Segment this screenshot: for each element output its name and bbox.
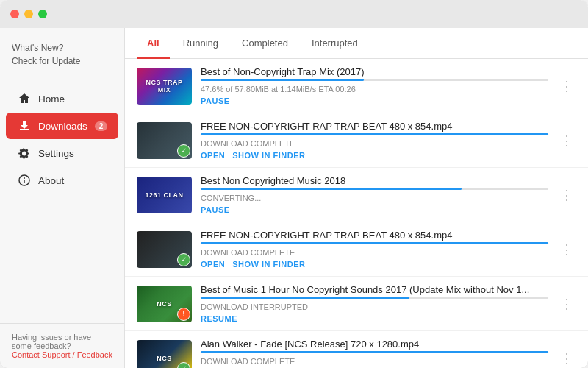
action-btn-pause-1[interactable]: PAUSE (201, 96, 230, 105)
action-btn-resume-5[interactable]: RESUME (201, 314, 237, 323)
downloads-badge: 2 (95, 121, 108, 131)
main-content: What's New? Check for Update Home (0, 28, 588, 368)
progress-fill-2 (201, 133, 548, 135)
tab-completed[interactable]: Completed (232, 28, 298, 59)
thumbnail-6: NCS✓ (137, 340, 192, 369)
download-title-4: FREE NON-COPYRIGHT RAP TRAP BEAT 480 x 8… (201, 230, 548, 241)
more-menu-btn-3[interactable]: ⋮ (557, 185, 576, 205)
action-btn-pause-3[interactable]: PAUSE (201, 205, 230, 214)
download-item-6: NCS✓Alan Walker - Fade [NCS Release] 720… (125, 331, 588, 368)
gear-icon (18, 146, 31, 160)
download-title-6: Alan Walker - Fade [NCS Release] 720 x 1… (201, 339, 548, 350)
download-info-1: Best of Non-Copyright Trap Mix (2017)47.… (201, 66, 548, 105)
sidebar-item-home[interactable]: Home (6, 85, 118, 112)
download-subtitle-3: CONVERTING... (201, 194, 548, 202)
traffic-lights (10, 10, 47, 18)
download-title-1: Best of Non-Copyright Trap Mix (2017) (201, 66, 548, 77)
home-icon (18, 92, 31, 105)
download-item-4: ✓FREE NON-COPYRIGHT RAP TRAP BEAT 480 x … (125, 222, 588, 277)
download-actions-2: OPENSHOW IN FINDER (201, 151, 548, 160)
action-btn-show-in-finder-2[interactable]: SHOW IN FINDER (232, 151, 305, 160)
progress-fill-5 (201, 297, 409, 299)
interrupted-badge-5: ! (177, 308, 190, 321)
tab-interrupted[interactable]: Interrupted (301, 28, 368, 59)
progress-wrap-5 (201, 297, 548, 299)
action-btn-show-in-finder-4[interactable]: SHOW IN FINDER (232, 260, 305, 269)
progress-wrap-3 (201, 188, 548, 190)
progress-wrap-2 (201, 133, 548, 135)
sidebar-item-about[interactable]: About (6, 167, 118, 194)
download-actions-1: PAUSE (201, 96, 548, 105)
download-info-4: FREE NON-COPYRIGHT RAP TRAP BEAT 480 x 8… (201, 230, 548, 269)
thumbnail-4: ✓ (137, 231, 192, 268)
action-btn-open-2[interactable]: OPEN (201, 151, 225, 160)
minimize-button[interactable] (24, 10, 33, 18)
download-item-1: NCS TRAP MIXBest of Non-Copyright Trap M… (125, 59, 588, 113)
maximize-button[interactable] (38, 10, 47, 18)
sidebar-top: What's New? Check for Update (0, 35, 124, 77)
main-panel: All Running Completed Interrupted NCS TR… (125, 28, 588, 368)
more-menu-btn-6[interactable]: ⋮ (557, 349, 576, 368)
sidebar-home-label: Home (38, 93, 65, 105)
progress-fill-1 (201, 79, 364, 81)
footer-text: Having issues or have some feedback? (12, 333, 112, 350)
sidebar-settings-label: Settings (38, 148, 74, 159)
download-subtitle-5: DOWNLOAD INTERRUPTED (201, 302, 548, 311)
close-button[interactable] (10, 10, 19, 18)
download-item-5: NCS!Best of Music 1 Hour No Copyright So… (125, 277, 588, 331)
feedback-link[interactable]: Contact Support / Feedback (12, 350, 112, 359)
download-subtitle-6: DOWNLOAD COMPLETE (201, 357, 548, 366)
progress-wrap-6 (201, 351, 548, 353)
svg-point-2 (24, 177, 25, 179)
sidebar-footer: Having issues or have some feedback? Con… (0, 323, 124, 368)
info-icon (18, 174, 31, 187)
sidebar-downloads-label: Downloads (38, 121, 87, 132)
sidebar-nav: Home Downloads 2 (0, 82, 124, 323)
tab-running[interactable]: Running (173, 28, 229, 59)
svg-rect-1 (24, 180, 25, 183)
app-window: What's New? Check for Update Home (0, 0, 588, 368)
download-subtitle-1: 47.6% of 57.80MiB at 1.14MiB/s ETA 00:26 (201, 85, 548, 93)
progress-wrap-1 (201, 79, 548, 81)
thumb-label-1: NCS TRAP MIX (137, 68, 192, 105)
sidebar: What's New? Check for Update Home (0, 28, 125, 368)
whats-new-link[interactable]: What's New? (12, 41, 112, 54)
title-bar (0, 0, 588, 28)
download-subtitle-2: DOWNLOAD COMPLETE (201, 139, 548, 148)
tab-all[interactable]: All (137, 28, 170, 59)
download-actions-5: RESUME (201, 314, 548, 323)
download-item-3: 1261 CLANBest Non Copyrighted Music 2018… (125, 168, 588, 222)
progress-wrap-4 (201, 242, 548, 244)
download-title-5: Best of Music 1 Hour No Copyright Sounds… (201, 284, 548, 295)
download-title-2: FREE NON-COPYRIGHT RAP TRAP BEAT 480 x 8… (201, 121, 548, 132)
complete-badge-4: ✓ (177, 253, 190, 266)
download-item-2: ✓FREE NON-COPYRIGHT RAP TRAP BEAT 480 x … (125, 113, 588, 168)
more-menu-btn-2[interactable]: ⋮ (557, 131, 576, 150)
download-info-5: Best of Music 1 Hour No Copyright Sounds… (201, 284, 548, 323)
action-btn-open-4[interactable]: OPEN (201, 260, 225, 269)
more-menu-btn-5[interactable]: ⋮ (557, 294, 576, 314)
tabs-bar: All Running Completed Interrupted (125, 28, 588, 59)
thumb-label-3: 1261 CLAN (137, 177, 192, 213)
more-menu-btn-4[interactable]: ⋮ (557, 240, 576, 259)
check-update-link[interactable]: Check for Update (12, 54, 112, 68)
thumbnail-3: 1261 CLAN (137, 177, 192, 213)
more-menu-btn-1[interactable]: ⋮ (557, 77, 576, 96)
sidebar-about-label: About (38, 175, 64, 186)
download-info-2: FREE NON-COPYRIGHT RAP TRAP BEAT 480 x 8… (201, 121, 548, 160)
download-actions-3: PAUSE (201, 205, 548, 214)
thumbnail-2: ✓ (137, 122, 192, 159)
complete-badge-2: ✓ (177, 144, 190, 158)
sidebar-item-settings[interactable]: Settings (6, 140, 118, 166)
sidebar-item-downloads[interactable]: Downloads 2 (6, 113, 118, 139)
download-info-6: Alan Walker - Fade [NCS Release] 720 x 1… (201, 339, 548, 368)
download-icon (18, 119, 31, 132)
download-title-3: Best Non Copyrighted Music 2018 (201, 175, 548, 186)
download-actions-4: OPENSHOW IN FINDER (201, 260, 548, 269)
progress-fill-6 (201, 351, 548, 353)
thumbnail-5: NCS! (137, 286, 192, 322)
thumbnail-1: NCS TRAP MIX (137, 68, 192, 105)
feedback-link-label: Contact Support / Feedback (12, 350, 112, 359)
progress-fill-4 (201, 242, 548, 244)
downloads-list: NCS TRAP MIXBest of Non-Copyright Trap M… (125, 59, 588, 368)
